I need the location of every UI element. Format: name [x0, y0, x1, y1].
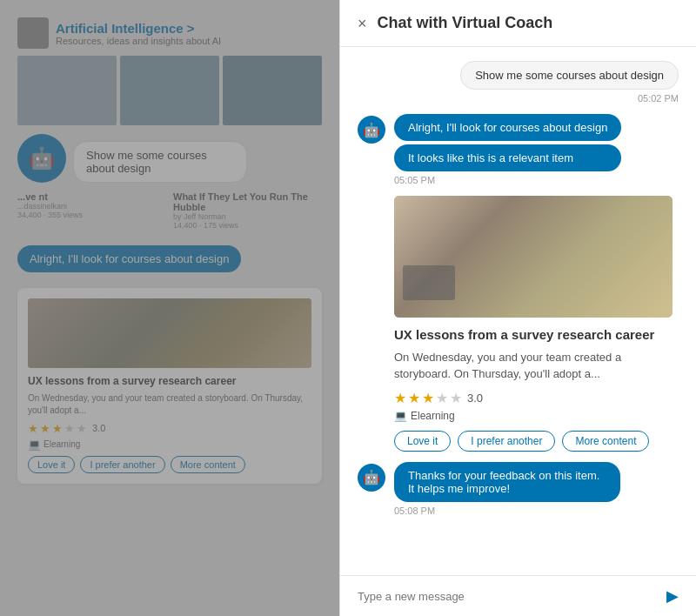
chat-input-area: ▶	[340, 575, 696, 616]
user-bubble-1: Show me some courses about design	[460, 61, 679, 90]
robot-icon-chat-1: 🤖	[363, 122, 380, 138]
send-icon: ▶	[666, 586, 679, 606]
chat-star-5: ★	[450, 390, 462, 406]
course-title-chat: UX lessons from a survey research career	[394, 326, 673, 344]
bot-bubbles-stack-1: Alright, I'll look for courses about des…	[394, 114, 621, 171]
left-overlay	[0, 0, 339, 616]
action-buttons-chat: Love it I prefer another More content	[394, 431, 673, 452]
laptop-visual	[403, 265, 455, 300]
course-card-chat: UX lessons from a survey research career…	[394, 196, 673, 452]
bot-message-1-time: 05:05 PM	[394, 175, 679, 185]
chat-star-2: ★	[408, 390, 420, 406]
bot-bubble-2: Thanks for your feedback on this item. I…	[394, 462, 620, 502]
course-image-chat	[394, 196, 673, 318]
chat-star-4: ★	[436, 390, 448, 406]
close-chat-button[interactable]: ×	[358, 16, 367, 31]
elearning-label-chat: Elearning	[411, 410, 455, 422]
left-background-panel: Artificial Intelligence > Resources, ide…	[0, 0, 339, 616]
user-message-1: Show me some courses about design	[358, 61, 679, 90]
course-desc-chat: On Wednesday, you and your team created …	[394, 349, 673, 383]
bot-message-2-time: 05:08 PM	[394, 506, 679, 516]
bot-avatar-chat-2: 🤖	[358, 464, 385, 492]
elearning-chat: 💻 Elearning	[394, 410, 673, 422]
love-it-btn-chat[interactable]: Love it	[394, 431, 451, 452]
bot-avatar-chat-1: 🤖	[358, 116, 385, 144]
chat-input[interactable]	[358, 590, 658, 603]
bot-bubble-1a: Alright, I'll look for courses about des…	[394, 114, 621, 141]
prefer-another-btn-chat[interactable]: I prefer another	[458, 431, 555, 452]
bot-bubble-1b: It looks like this is a relevant item	[394, 144, 621, 171]
stars-row-chat: ★ ★ ★ ★ ★ 3.0	[394, 390, 673, 406]
user-message-1-time: 05:02 PM	[358, 93, 679, 104]
chat-header: × Chat with Virtual Coach	[340, 0, 696, 47]
more-content-btn-chat[interactable]: More content	[562, 431, 649, 452]
laptop-icon-chat: 💻	[394, 410, 407, 422]
chat-messages-container[interactable]: Show me some courses about design 05:02 …	[340, 47, 696, 575]
bot-message-row-1: 🤖 Alright, I'll look for courses about d…	[358, 114, 679, 171]
send-button[interactable]: ▶	[666, 586, 679, 606]
chat-title: Chat with Virtual Coach	[378, 14, 553, 32]
chat-star-3: ★	[422, 390, 434, 406]
robot-icon-chat-2: 🤖	[363, 469, 380, 485]
rating-chat: 3.0	[467, 392, 483, 405]
bot-message-row-2: 🤖 Thanks for your feedback on this item.…	[358, 462, 679, 502]
chat-panel: × Chat with Virtual Coach Show me some c…	[339, 0, 696, 616]
chat-star-1: ★	[394, 390, 406, 406]
